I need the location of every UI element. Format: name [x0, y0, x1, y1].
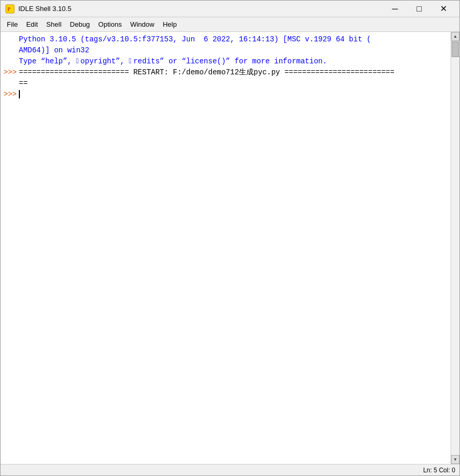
menu-window[interactable]: Window	[126, 19, 158, 30]
scroll-track[interactable]	[451, 41, 459, 455]
svg-text:P: P	[7, 6, 10, 12]
menu-edit[interactable]: Edit	[22, 19, 42, 30]
list-item: ==	[1, 78, 451, 89]
prompt-1: >>>	[1, 67, 19, 78]
output-line-5: ==	[19, 78, 28, 89]
output-line-1: Python 3.10.5 (tags/v3.10.5:f377153, Jun…	[19, 34, 371, 45]
output-line-3: Type “help”, 𠇌opyright”, 𠇌redits” or “li…	[19, 56, 327, 67]
menu-file[interactable]: File	[3, 19, 22, 30]
menu-debug[interactable]: Debug	[65, 19, 94, 30]
maximize-button[interactable]: □	[407, 1, 431, 17]
input-line[interactable]: >>>	[1, 89, 451, 100]
window-controls: ─ □ ✕	[383, 1, 455, 17]
menu-bar: File Edit Shell Debug Options Window Hel…	[1, 17, 459, 32]
close-button[interactable]: ✕	[431, 1, 455, 17]
list-item: AMD64)] on win32	[1, 45, 451, 56]
list-item: >>> ========================= RESTART: F…	[1, 67, 451, 78]
current-input[interactable]	[19, 89, 20, 100]
output-line-4: ========================= RESTART: F:/de…	[19, 67, 395, 78]
list-item: Type “help”, 𠇌opyright”, 𠇌redits” or “li…	[1, 56, 451, 67]
shell-area[interactable]: Python 3.10.5 (tags/v3.10.5:f377153, Jun…	[1, 32, 459, 464]
list-item: Python 3.10.5 (tags/v3.10.5:f377153, Jun…	[1, 34, 451, 45]
menu-help[interactable]: Help	[159, 19, 181, 30]
window-title: IDLE Shell 3.10.5	[18, 5, 383, 13]
minimize-button[interactable]: ─	[383, 1, 407, 17]
menu-shell[interactable]: Shell	[42, 19, 65, 30]
output-line-2: AMD64)] on win32	[19, 45, 89, 56]
menu-options[interactable]: Options	[94, 19, 126, 30]
status-bar: Ln: 5 Col: 0	[1, 464, 459, 475]
scroll-up-button[interactable]: ▲	[451, 32, 459, 41]
shell-text[interactable]: Python 3.10.5 (tags/v3.10.5:f377153, Jun…	[1, 32, 451, 464]
app-icon: P	[5, 4, 15, 14]
idle-window: P IDLE Shell 3.10.5 ─ □ ✕ File Edit Shel…	[0, 0, 460, 476]
scrollbar[interactable]: ▲ ▼	[451, 32, 459, 464]
prompt-2: >>>	[1, 89, 19, 100]
scroll-thumb[interactable]	[452, 41, 459, 57]
text-cursor	[19, 90, 20, 98]
title-bar: P IDLE Shell 3.10.5 ─ □ ✕	[1, 1, 459, 17]
cursor-position: Ln: 5 Col: 0	[423, 467, 455, 474]
shell-content[interactable]: Python 3.10.5 (tags/v3.10.5:f377153, Jun…	[1, 32, 451, 464]
scroll-down-button[interactable]: ▼	[451, 455, 459, 464]
